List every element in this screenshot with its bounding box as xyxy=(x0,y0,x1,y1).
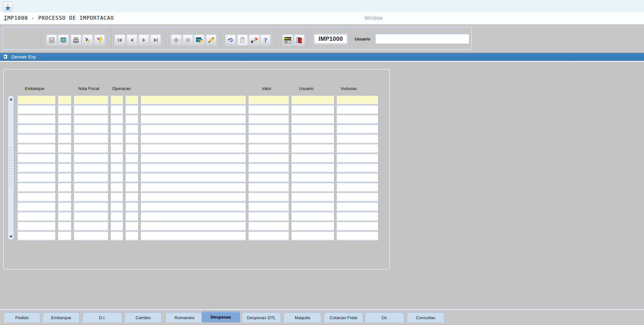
grid-cell[interactable] xyxy=(110,202,123,211)
grid-cell[interactable] xyxy=(125,105,138,114)
java-app-button[interactable] xyxy=(3,2,12,12)
tab-pedido[interactable]: Pedido xyxy=(4,312,40,322)
grid-cell[interactable] xyxy=(125,212,138,221)
grid-cell[interactable] xyxy=(17,202,56,211)
tab-maquila[interactable]: Maquila xyxy=(284,312,321,322)
grid-cell[interactable] xyxy=(291,173,334,182)
last-record-button[interactable] xyxy=(150,35,161,45)
tab-oc[interactable]: Oc xyxy=(365,312,404,322)
grid-cell[interactable] xyxy=(291,163,334,172)
grid-cell[interactable] xyxy=(110,231,123,240)
grid-cell[interactable] xyxy=(110,192,123,201)
grid-cell[interactable] xyxy=(58,134,71,143)
grid-cell[interactable] xyxy=(336,95,378,104)
grid-cell[interactable] xyxy=(291,221,334,230)
grid-cell[interactable] xyxy=(336,134,378,143)
usuario-input[interactable] xyxy=(375,34,469,44)
grid-cell[interactable] xyxy=(58,105,71,114)
grid-cell[interactable] xyxy=(336,173,378,182)
grid-cell[interactable] xyxy=(248,221,289,230)
grid-cell[interactable] xyxy=(248,212,289,221)
edit-field-button[interactable] xyxy=(206,35,216,45)
first-record-button[interactable] xyxy=(115,35,125,45)
grid-cell[interactable] xyxy=(58,183,71,192)
grid-cell[interactable] xyxy=(140,231,246,240)
grid-cell[interactable] xyxy=(17,115,56,124)
menu-item-window[interactable]: Window xyxy=(364,15,383,21)
grid-cell[interactable] xyxy=(248,192,289,201)
grid-cell[interactable] xyxy=(110,153,123,162)
grid-cell[interactable] xyxy=(125,115,138,124)
grid-cell[interactable] xyxy=(291,144,334,153)
grid-cell[interactable] xyxy=(73,183,108,192)
grid-cell[interactable] xyxy=(17,124,56,133)
grid-cell[interactable] xyxy=(73,202,108,211)
grid-cell[interactable] xyxy=(291,183,334,192)
grid-cell[interactable] xyxy=(248,153,289,162)
grid-cell[interactable] xyxy=(73,144,108,153)
grid-cell[interactable] xyxy=(291,124,334,133)
grid-cell[interactable] xyxy=(17,134,56,143)
grid-cell[interactable] xyxy=(17,173,56,182)
grid-cell[interactable] xyxy=(73,124,108,133)
grid-cell[interactable] xyxy=(248,95,289,104)
menu-item-module-title[interactable]: IMP1000 - PROCESSO DE IMPORTACAO xyxy=(4,15,114,21)
window-titlebar[interactable]: Denver Erp xyxy=(0,53,644,62)
print-button[interactable] xyxy=(71,35,81,45)
grid-cell[interactable] xyxy=(110,144,123,153)
menu-button[interactable]: Menu xyxy=(283,35,293,45)
grid-cell[interactable] xyxy=(73,231,108,240)
grid-cell[interactable] xyxy=(140,163,246,172)
grid-cell[interactable] xyxy=(73,192,108,201)
grid-cell[interactable] xyxy=(73,134,108,143)
grid-cell[interactable] xyxy=(248,134,289,143)
undo-button[interactable] xyxy=(225,35,236,45)
grid-cell[interactable] xyxy=(291,134,334,143)
tab-despesas[interactable]: Despesas xyxy=(202,311,240,322)
grid-cell[interactable] xyxy=(110,124,123,133)
grid-cell[interactable] xyxy=(336,212,378,221)
grid-cell[interactable] xyxy=(58,115,71,124)
grid-cell[interactable] xyxy=(17,144,56,153)
grid-cell[interactable] xyxy=(110,183,123,192)
grid-cell[interactable] xyxy=(17,105,56,114)
grid-cell[interactable] xyxy=(291,202,334,211)
grid-cell[interactable] xyxy=(140,153,246,162)
grid-cell[interactable] xyxy=(110,173,123,182)
list-values-button[interactable] xyxy=(249,35,259,45)
grid-cell[interactable] xyxy=(125,173,138,182)
grid-cell[interactable] xyxy=(140,212,246,221)
grid-cell[interactable] xyxy=(110,115,123,124)
grid-cell[interactable] xyxy=(291,192,334,201)
grid-cell[interactable] xyxy=(58,212,71,221)
grid-cell[interactable] xyxy=(125,231,138,240)
grid-cell[interactable] xyxy=(73,221,108,230)
grid-cell[interactable] xyxy=(73,212,108,221)
grid-cell[interactable] xyxy=(248,183,289,192)
grid-cell[interactable] xyxy=(73,153,108,162)
grid-cell[interactable] xyxy=(140,95,246,104)
grid-cell[interactable] xyxy=(140,105,246,114)
grid-cell[interactable] xyxy=(17,95,56,104)
grid-cell[interactable] xyxy=(110,95,123,104)
grid-cell[interactable] xyxy=(17,231,56,240)
grid-cell[interactable] xyxy=(140,173,246,182)
exit-button[interactable] xyxy=(294,35,305,45)
grid-cell[interactable] xyxy=(17,192,56,201)
grid-cell[interactable] xyxy=(140,202,246,211)
grid-cell[interactable] xyxy=(110,105,123,114)
grid-cell[interactable] xyxy=(140,221,246,230)
grid-cell[interactable] xyxy=(73,105,108,114)
grid-cell[interactable] xyxy=(291,231,334,240)
grid-cell[interactable] xyxy=(336,221,378,230)
grid-cell[interactable] xyxy=(17,183,56,192)
grid-cell[interactable] xyxy=(336,202,378,211)
grid-cell[interactable] xyxy=(73,173,108,182)
grid-cell[interactable] xyxy=(140,144,246,153)
grid-cell[interactable] xyxy=(291,115,334,124)
tab-despesas-dtl[interactable]: Despesas DTL xyxy=(242,312,281,322)
grid-cell[interactable] xyxy=(17,212,56,221)
grid-cell[interactable] xyxy=(73,95,108,104)
grid-cell[interactable] xyxy=(291,105,334,114)
edit-display-button[interactable] xyxy=(194,35,204,45)
